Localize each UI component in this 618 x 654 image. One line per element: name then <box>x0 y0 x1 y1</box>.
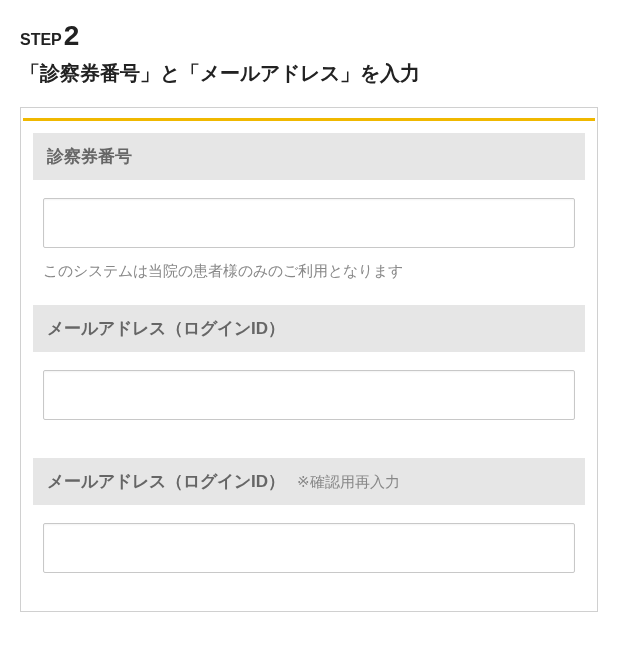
input-wrap-email <box>33 352 585 428</box>
input-wrap-patient-number <box>33 180 585 256</box>
step-number: 2 <box>64 20 80 52</box>
patient-number-input[interactable] <box>43 198 575 248</box>
step-header: STEP2 <box>20 20 598 52</box>
section-header-email-confirm: メールアドレス（ログインID） ※確認用再入力 <box>33 458 585 505</box>
section-note: ※確認用再入力 <box>297 473 400 490</box>
section-label: 診察券番号 <box>47 147 132 166</box>
step-title: 「診察券番号」と「メールアドレス」を入力 <box>20 60 598 87</box>
step-label: STEP2 <box>20 20 79 52</box>
email-input[interactable] <box>43 370 575 420</box>
input-wrap-email-confirm <box>33 505 585 581</box>
form-inner: 診察券番号 このシステムは当院の患者様のみのご利用となります メールアドレス（ロ… <box>21 121 597 611</box>
patient-number-hint: このシステムは当院の患者様のみのご利用となります <box>33 256 585 299</box>
section-label: メールアドレス（ログインID） <box>47 319 285 338</box>
section-header-patient-number: 診察券番号 <box>33 133 585 180</box>
email-confirm-input[interactable] <box>43 523 575 573</box>
step-prefix: STEP <box>20 31 62 49</box>
section-header-email: メールアドレス（ログインID） <box>33 305 585 352</box>
section-label: メールアドレス（ログインID） <box>47 472 285 491</box>
registration-form: 診察券番号 このシステムは当院の患者様のみのご利用となります メールアドレス（ロ… <box>20 107 598 612</box>
spacer <box>33 428 585 452</box>
